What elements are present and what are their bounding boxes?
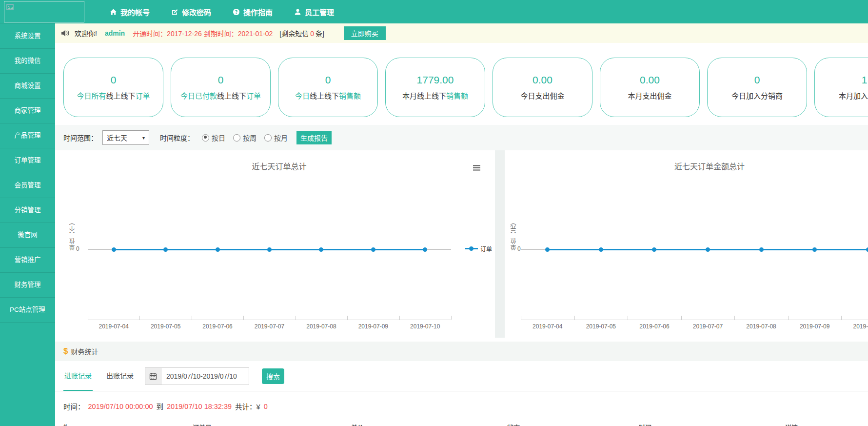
data-point-dot [423,247,427,252]
x-axis-tick [243,316,244,320]
summary-start-time: 2019/07/10 00:00:00 [88,403,153,410]
radio-circle-icon[interactable] [202,134,209,142]
radio-label: 按周 [243,133,256,142]
x-axis-label: 2019-07-05 [579,323,623,330]
tab-2[interactable]: 出账记录 [105,361,135,391]
stat-card-label-segment: 本月支出佣金 [628,92,671,100]
sidebar-item-11[interactable]: 财务管理 [0,273,55,298]
sidebar-item-3[interactable]: 商城设置 [0,74,55,99]
stat-card-label-segment: 今日加入分销商 [731,92,783,100]
finance-summary: 时间： 2019/07/10 00:00:00 到 2019/07/10 18:… [63,401,268,411]
table-header-cell: 状态 [507,423,520,426]
sidebar-item-10[interactable]: 营销推广 [0,248,55,273]
y-axis-unit-label: 单位（个） [68,219,77,250]
stat-card-label-segment: 销售额 [339,92,361,100]
stat-card-label-segment: 本月加入分销商 [839,92,868,100]
time-range-select[interactable]: 近七天 ▾ [102,130,149,145]
orders-chart-panel: 近七天订单总计单位（个）02019-07-042019-07-052019-07… [63,150,495,338]
radio-label: 按日 [212,133,225,142]
x-axis-tick [88,316,88,320]
chart-menu-icon[interactable] [473,164,480,173]
welcome-bar: 欢迎你! admin 开通时间：2017-12-26 到期时间：2021-01-… [55,23,868,43]
stat-card-label-segment: 线上线下 [310,92,339,100]
chart-title: 近七天订单金额总计 [505,160,868,172]
x-axis-tick [192,316,192,320]
data-point-dot [112,247,116,252]
stat-card-value: 0 [111,74,117,86]
stat-card-label-segment: 今日 [295,92,310,100]
radio-circle-icon[interactable] [264,134,272,142]
x-axis-label: 2019-07-04 [526,323,570,330]
stat-card-value: 0.00 [640,74,660,86]
x-axis-label: 2019-07-10 [403,323,447,330]
data-point-dot [812,247,817,252]
data-point-dot [216,247,220,252]
charts-divider [495,150,505,338]
stat-card-8: 1本月加入分销商 [814,58,868,117]
x-axis-tick [574,316,575,320]
nav-item-2[interactable]: 修改密码 [171,7,211,17]
staff-icon [294,8,301,16]
date-range-group [145,367,249,385]
finance-tabs-row: 进账记录出账记录 搜索 [55,361,868,391]
radio-option-3[interactable]: 按月 [264,133,288,142]
x-axis-label: 2019-07-09 [351,323,395,330]
stat-card-label-segment: 订单 [136,92,150,100]
y-axis-unit-label: 单位（元） [510,219,518,250]
tab-1[interactable]: 进账记录 [63,361,93,391]
table-header-cell: # [63,423,67,426]
x-axis-label: 2019-07-08 [739,323,783,330]
top-nav: 我的帐号修改密码操作指南员工管理 [110,0,334,23]
data-point-dot [163,247,168,252]
x-axis-tick [681,316,682,320]
generate-report-button[interactable]: 生成报告 [296,131,332,144]
stat-card-label-segment: 今日所有 [77,92,106,100]
calendar-icon[interactable] [145,367,161,385]
chart-legend[interactable]: 订单 [465,244,492,253]
radio-circle-icon[interactable] [233,134,240,142]
data-point-dot [319,247,323,252]
stat-card-label: 今日加入分销商 [731,90,783,101]
sidebar: 系统设置我的微信商城设置商家管理产品管理订单管理会员管理分销管理微官网营销推广财… [0,23,55,426]
stat-card-value: 1779.00 [417,74,454,86]
stat-card-label-segment: 销售额 [446,92,468,100]
broken-image-icon [6,3,14,11]
sidebar-item-5[interactable]: 产品管理 [0,123,55,148]
stat-card-label: 本月线上线下销售额 [402,90,468,101]
sidebar-item-1[interactable]: 系统设置 [0,23,55,49]
sidebar-item-9[interactable]: 微官网 [0,223,55,248]
granularity-label: 时间粒度： [160,133,194,142]
chevron-down-icon: ▾ [142,135,145,141]
help-icon [233,8,240,16]
nav-item-3[interactable]: 操作指南 [233,7,273,17]
sidebar-item-4[interactable]: 商家管理 [0,99,55,123]
search-button[interactable]: 搜索 [262,368,284,384]
sidebar-item-7[interactable]: 会员管理 [0,173,55,198]
stat-card-7: 0今日加入分销商 [707,58,807,117]
stat-card-label: 今日线上线下销售额 [295,90,361,101]
nav-item-4[interactable]: 员工管理 [294,7,334,17]
sms-count: 0 [309,30,316,38]
stat-card-5: 0.00今日支出佣金 [493,58,592,117]
date-range-input[interactable] [161,367,249,385]
x-axis-label: 2019-07-05 [144,323,188,330]
nav-item-label: 我的帐号 [120,7,150,17]
stat-card-label: 本月支出佣金 [628,90,671,101]
nav-item-label: 修改密码 [182,7,211,17]
edit-icon [171,8,178,16]
x-axis-tick [296,316,296,320]
buy-now-button[interactable]: 立即购买 [344,26,386,40]
sidebar-item-8[interactable]: 分销管理 [0,198,55,223]
nav-item-1[interactable]: 我的帐号 [110,7,150,17]
account-period: 开通时间：2017-12-26 到期时间：2021-01-02 [133,28,273,38]
radio-option-2[interactable]: 按周 [233,133,256,142]
stat-card-label: 今日支出佣金 [520,90,564,101]
dollar-icon: $ [63,346,68,356]
sidebar-item-6[interactable]: 订单管理 [0,148,55,173]
sidebar-item-12[interactable]: PC站点管理 [0,298,55,323]
radio-option-1[interactable]: 按日 [202,133,225,142]
stat-card-2: 0今日已付款线上线下订单 [171,58,271,117]
sms-remaining: [剩余短信0条] [279,28,324,38]
stat-card-label-segment: 今日支出佣金 [520,92,564,100]
sidebar-item-2[interactable]: 我的微信 [0,49,55,74]
